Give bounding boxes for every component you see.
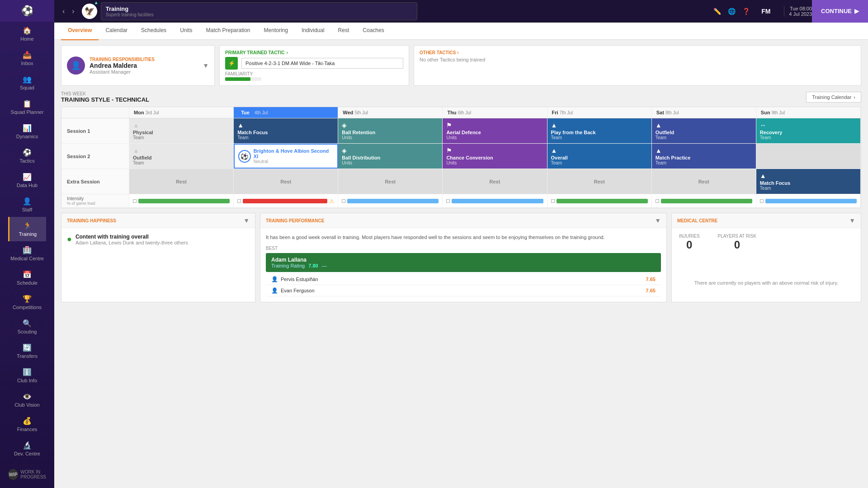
tab-units[interactable]: Units xyxy=(173,23,199,40)
extra-cell-5[interactable]: Rest xyxy=(652,169,756,194)
sidebar-item-inbox[interactable]: 📥Inbox xyxy=(8,46,46,70)
edit-icon[interactable]: ✏️ xyxy=(713,8,721,15)
globe-icon[interactable]: 🌐 xyxy=(728,8,736,15)
sidebar-item-home[interactable]: 🏠Home xyxy=(8,22,46,46)
sidebar-item-club-info[interactable]: ℹ️Club Info xyxy=(8,363,46,388)
sidebar-item-scouting[interactable]: 🔍Scouting xyxy=(8,314,46,339)
tab-mentoring[interactable]: Mentoring xyxy=(257,23,295,40)
fm-badge: FM xyxy=(761,8,770,15)
extra-cell-0[interactable]: Rest xyxy=(129,169,234,194)
sidebar-item-staff[interactable]: 👤Staff xyxy=(8,192,46,217)
session2-cell-3[interactable]: ⚑ Chance Conversion Units xyxy=(443,144,547,169)
happiness-panel: TRAINING HAPPINESS ▼ ● Content with trai… xyxy=(61,213,255,302)
day-date: 9th Jul xyxy=(772,110,785,115)
cell-title: Outfield xyxy=(656,130,752,135)
session1-cell-2[interactable]: ◈ Ball Retention Units xyxy=(338,118,443,143)
player-name: Pervis Estupiñán xyxy=(281,277,646,282)
performance-label[interactable]: TRAINING PERFORMANCE xyxy=(266,218,324,223)
injuries-stat: INJURIES 0 xyxy=(679,234,700,251)
cell-icon: ↔ xyxy=(760,122,857,129)
performance-collapse-button[interactable]: ▼ xyxy=(655,217,661,224)
home-icon: 🏠 xyxy=(23,26,32,35)
help-icon[interactable]: ❓ xyxy=(742,8,750,15)
tab-individual[interactable]: Individual xyxy=(295,23,331,40)
page-title: Training xyxy=(106,5,412,12)
session1-cell-1[interactable]: ▲ Match Focus Team xyxy=(234,118,338,143)
happiness-label[interactable]: TRAINING HAPPINESS xyxy=(67,218,116,223)
sidebar-item-squad-planner[interactable]: 📋Squad Planner xyxy=(8,95,46,119)
top-panels: 👤 TRAINING RESPONSIBILITIES Andrea Malde… xyxy=(61,45,861,86)
cell-sub: Neutral xyxy=(254,159,334,164)
session1-cell-4[interactable]: ▲ Play from the Back Team xyxy=(547,118,652,143)
tab-coaches[interactable]: Coaches xyxy=(356,23,391,40)
tab-calendar[interactable]: Calendar xyxy=(99,23,134,40)
cell-sub: Team xyxy=(656,160,752,165)
sidebar-item-dynamics[interactable]: 📊Dynamics xyxy=(8,119,46,144)
cell-icon: ◈ xyxy=(342,147,439,154)
other-player-row-1[interactable]: 👤 Evan Ferguson 7.65 xyxy=(266,285,661,296)
intensity-cell-3 xyxy=(443,194,547,207)
nav-back-button[interactable]: ‹ xyxy=(59,5,68,18)
sidebar-item-finances[interactable]: 💰Finances xyxy=(8,412,46,436)
cell-icon: ◈ xyxy=(342,122,439,129)
sidebar-item-schedule[interactable]: 📅Schedule xyxy=(8,266,46,290)
tab-overview[interactable]: Overview xyxy=(61,23,99,40)
primary-tactic-arrow-icon[interactable]: › xyxy=(286,50,288,55)
sidebar-item-label: Squad Planner xyxy=(11,109,44,115)
sidebar-item-tactics[interactable]: ⚽Tactics xyxy=(8,144,46,168)
session2-cell-5[interactable]: ▲ Match Practice Team xyxy=(652,144,756,169)
extra-cell-1[interactable]: Rest xyxy=(234,169,338,194)
sidebar-item-club-vision[interactable]: 👁️Club Vision xyxy=(8,388,46,412)
tab-schedules[interactable]: Schedules xyxy=(134,23,173,40)
extra-cell-6[interactable]: ▲ Match Focus Team xyxy=(756,169,861,194)
sidebar-item-squad[interactable]: 👥Squad xyxy=(8,70,46,95)
session2-cell-1[interactable]: ⚽ Brighton & Hove Albion Second XI Neutr… xyxy=(234,144,338,169)
happiness-body: ● Content with training overall Adam Lal… xyxy=(61,228,255,251)
sidebar-item-label: Schedule xyxy=(17,280,38,286)
sidebar-item-transfers[interactable]: 🔄Transfers xyxy=(8,339,46,363)
no-tactics-text: No other Tactics being trained xyxy=(420,57,855,62)
resp-dropdown-icon[interactable]: ▼ xyxy=(203,62,209,69)
sidebar-item-training[interactable]: 🏃Training xyxy=(8,217,46,241)
tab-match-prep[interactable]: Match Preparation xyxy=(199,23,257,40)
session1-cell-0[interactable]: ▲ Physical Team xyxy=(129,118,234,143)
nav-forward-button[interactable]: › xyxy=(68,5,78,18)
session1-cell-3[interactable]: ⚑ Aerial Defence Units xyxy=(443,118,547,143)
sidebar-item-label: Squad xyxy=(20,85,34,90)
session1-cell-6[interactable]: ↔ Recovery Team xyxy=(756,118,861,143)
competitions-icon: 🏆 xyxy=(23,295,32,303)
sidebar-item-dev-centre[interactable]: 🔬Dev. Centre xyxy=(8,436,46,461)
day-header-mon: Mon 3rd Jul xyxy=(129,107,234,118)
continue-button[interactable]: CONTINUE ▶ xyxy=(812,0,868,23)
happiness-collapse-button[interactable]: ▼ xyxy=(243,217,250,224)
training-style: TRAINING STYLE - TECHNICAL xyxy=(61,96,149,103)
training-calendar-button[interactable]: Training Calendar › xyxy=(806,92,861,103)
extra-cell-2[interactable]: Rest xyxy=(338,169,443,194)
session2-cell-4[interactable]: ▲ Overall Team xyxy=(547,144,652,169)
best-player-row[interactable]: Adam Lallana Training Rating 7.80 — xyxy=(266,253,661,272)
sidebar-item-data-hub[interactable]: 📈Data Hub xyxy=(8,168,46,192)
squad-planner-icon: 📋 xyxy=(23,99,32,108)
medical-label[interactable]: MEDICAL CENTRE xyxy=(677,218,717,223)
extra-cell-4[interactable]: Rest xyxy=(547,169,652,194)
medical-collapse-button[interactable]: ▼ xyxy=(849,217,855,224)
session2-cell-6[interactable] xyxy=(756,144,861,169)
sidebar-item-label: Competitions xyxy=(13,305,42,310)
cell-sub: Team xyxy=(760,186,857,191)
best-player-rating-row: Training Rating 7.80 — xyxy=(271,263,327,268)
session2-cell-0[interactable]: ▲ Outfield Team xyxy=(129,144,234,169)
other-player-row-0[interactable]: 👤 Pervis Estupiñán 7.65 xyxy=(266,274,661,285)
session2-cell-2[interactable]: ◈ Ball Distribution Units xyxy=(338,144,443,169)
this-week-label: THIS WEEK xyxy=(61,91,149,96)
session1-cell-5[interactable]: ▲ Outfield Team xyxy=(652,118,756,143)
extra-cell-3[interactable]: Rest xyxy=(443,169,547,194)
sidebar-item-label: Scouting xyxy=(18,329,37,334)
int-bar xyxy=(557,199,648,203)
best-player-rating: 7.80 xyxy=(308,263,318,268)
day-header-fri: Fri 7th Jul xyxy=(547,107,652,118)
other-tactics-arrow-icon[interactable]: › xyxy=(457,50,458,55)
tab-rest[interactable]: Rest xyxy=(331,23,356,40)
sidebar-item-medical[interactable]: 🏥Medical Centre xyxy=(8,241,46,266)
tactic-dropdown[interactable]: Positive 4-2-3-1 DM AM Wide - Tiki-Taka xyxy=(241,58,403,69)
sidebar-item-competitions[interactable]: 🏆Competitions xyxy=(8,290,46,314)
